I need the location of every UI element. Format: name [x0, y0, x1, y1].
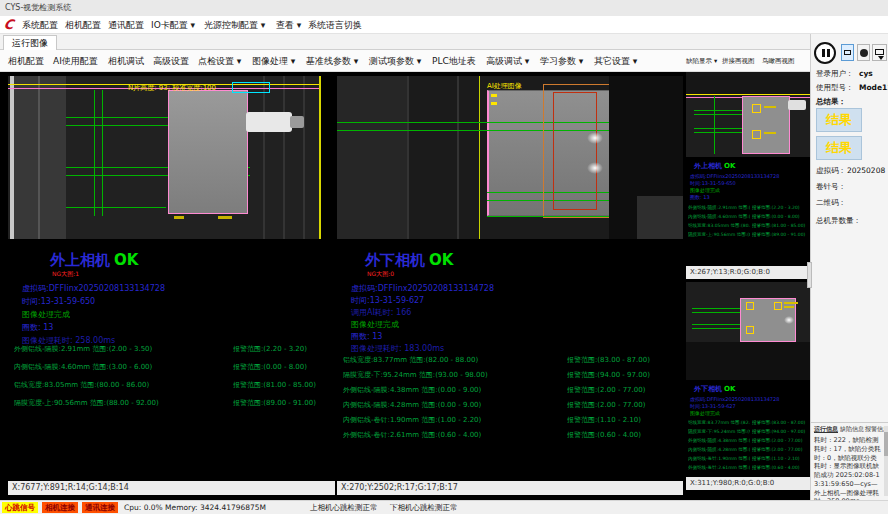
cpu-memory-text: Cpu: 0.0% Memory: 3424.41796875M [124, 502, 266, 513]
glare-spot [587, 132, 603, 144]
camera-status-ok: OK [429, 251, 453, 269]
window-title: CYS-视觉检测系统 [5, 3, 71, 12]
result-line: 图像处理完成 [690, 410, 720, 416]
overlay-yellow-vline [479, 76, 480, 239]
overlay-yellow-mark [764, 132, 776, 134]
screen-switch-button[interactable] [872, 44, 887, 61]
sidebar-scrollbar[interactable] [884, 426, 888, 496]
tool-plc-table[interactable]: PLC地址表 [432, 50, 476, 72]
tab-run-image[interactable]: 运行图像 [3, 35, 57, 51]
overlay-yellow-box [752, 104, 761, 113]
run-log-text: 耗时：222，缺陷检测耗时：17，缺陷分类耗时：0，缺陷视联分类耗时：显示图像联… [814, 436, 882, 506]
info-tab-run[interactable]: 运行信息 [814, 425, 838, 434]
image-structure-line [407, 76, 409, 239]
result-line: 时间:13-31-59-627 [690, 403, 736, 409]
overlay-green-hline [692, 308, 740, 309]
alarm-range: 报警范围:(94.00 - 97.00) [567, 370, 679, 380]
result-line: 时间:13-31-59-650 [690, 180, 736, 186]
record-button[interactable] [857, 44, 870, 61]
image-structure-line [457, 76, 459, 239]
tool-other-set[interactable]: 其它设置 ▾ [594, 50, 637, 72]
overlay-green-hline [694, 114, 742, 115]
overlay-yellow-box [752, 130, 761, 139]
cam-down-heartbeat: 下相机心跳检测正常 [390, 502, 458, 513]
alarm-range: 报警范围:(2.20 - 3.20) [233, 344, 333, 354]
mini-top-pixel-coords: X:267;Y:13;R:0;G:0;B:0 [686, 266, 810, 279]
tool-ai-config[interactable]: AI使用配置 [53, 50, 98, 72]
left-camera-image[interactable]: N片高度: 93; 校准宽度:100 [8, 76, 321, 239]
info-tab-defect[interactable]: 缺陷信息 [840, 425, 864, 434]
tool-camera-debug[interactable]: 相机调试 [108, 50, 144, 72]
heartbeat-status-badge: 心跳信号 [2, 502, 38, 513]
result-line: 图像处理完成 [22, 309, 70, 320]
tool-check-set[interactable]: 点检设置 ▾ [198, 50, 241, 72]
image-structure-line [263, 76, 265, 239]
middle-camera-image[interactable]: AI处理图像 [337, 76, 683, 239]
tool-learn-param[interactable]: 学习参数 ▾ [540, 50, 583, 72]
view-tab-defect-display[interactable]: 缺陷显示 ▾ [686, 50, 717, 72]
mini-bottom-pixel-coords: X:311;Y:980;R:0;G:0;B:0 [686, 477, 810, 490]
arrow-icon [878, 56, 884, 60]
menu-camera-config[interactable]: 相机配置 [65, 16, 101, 34]
tool-camera-config[interactable]: 相机配置 [8, 50, 44, 72]
sidebar-collapse-handle[interactable] [807, 262, 812, 288]
right-sidebar: 登录用户： cys 使用型号： Mode11 总结果： 结果 结果 虚拟码： 2… [810, 34, 888, 500]
login-user-value: cys [859, 69, 873, 78]
measurement-row: 内侧铝线-隔膜:4.60mm 范围:(3.00 - 6.00) 报警范围:(0.… [8, 362, 335, 372]
tool-test-param[interactable]: 测试项参数 ▾ [369, 50, 421, 72]
measurement-value: 内侧铝线-隔膜:4.60mm 范围:(3.00 - 6.00) [688, 214, 750, 219]
image-dark-band [686, 72, 810, 94]
overlay-green-hline [692, 324, 740, 325]
image-gray-zone [14, 76, 66, 239]
login-user-label: 登录用户： [816, 69, 854, 79]
result-line: 时间:13-31-59-650 [22, 296, 95, 307]
alarm-range: 报警范围:(1.10 - 2.10) [567, 415, 679, 425]
result-line: 圈数: 13 [351, 331, 382, 342]
pause-button[interactable] [814, 42, 836, 64]
view-tab-bird-view[interactable]: 鸟瞰画视图 [762, 50, 795, 72]
alarm-range: 报警范围:(81.00 - 85.00) [233, 380, 333, 390]
menu-io-config[interactable]: IO卡配置 ▾ [151, 16, 195, 34]
overlay-yellow-mark [764, 106, 776, 108]
app-window: CYS-视觉检测系统 C 系统配置 相机配置 通讯配置 IO卡配置 ▾ 光源控制… [0, 0, 888, 522]
tool-image-process[interactable]: 图像处理 ▾ [252, 50, 295, 72]
scrollbar-thumb[interactable] [884, 432, 888, 456]
overlay-yellow-box [774, 302, 782, 310]
camera-name: 外下相机 [694, 385, 722, 393]
camera-status-ok: OK [724, 385, 735, 393]
menu-view[interactable]: 查看 ▾ [276, 16, 301, 34]
view-tab-stitch-view[interactable]: 拼接画视图 [722, 50, 755, 72]
measurement-value: 铝线宽度:83.05mm 范围:(80.00 - 86.00) [14, 380, 229, 390]
camera-view-button[interactable] [841, 44, 854, 61]
overlay-yellow-mark [784, 306, 794, 308]
menu-light-config[interactable]: 光源控制配置 ▾ [204, 16, 265, 34]
menu-language-switch[interactable]: 系统语言切换 [308, 16, 362, 34]
info-log-block: 运行信息 缺陷信息 报警信息 耗时：222，缺陷检测耗时：17，缺陷分类耗时：0… [811, 422, 888, 501]
alarm-range: 报警范围:(0.00 - 8.00) [233, 362, 333, 372]
mini-top-camera-image[interactable] [686, 72, 810, 157]
ng-note: NG大图:1 [52, 270, 79, 279]
tool-baseline-param[interactable]: 基准线参数 ▾ [306, 50, 358, 72]
overlay-yellow-mark [174, 216, 184, 219]
tool-adv-debug[interactable]: 高级调试 ▾ [486, 50, 529, 72]
separator-block [168, 90, 248, 214]
camera-name: 外上相机 [694, 162, 722, 170]
pause-icon [827, 49, 830, 57]
alarm-range: 报警范围:(89.00 - 91.00) [233, 398, 333, 408]
overlay-green-hline [487, 216, 609, 217]
comm-connect-badge: 通讯连接 [82, 502, 118, 513]
result-line: 图像处理完成 [690, 187, 720, 193]
overlay-yellow-mark [491, 102, 497, 105]
menu-system-config[interactable]: 系统配置 [22, 16, 58, 34]
measurement-value: 内侧铝线-隔膜:4.60mm 范围:(3.00 - 6.00) [14, 362, 229, 372]
model-value: Mode11 [859, 83, 888, 92]
mini-bottom-camera-image[interactable] [686, 282, 810, 380]
mini-camera-title: 外上相机OK [694, 161, 735, 171]
vcode-label: 虚拟码： [816, 166, 846, 176]
measurement-row: 隔膜宽度-下:95.24mm 范围:(93.00 - 98.00) 报警范围:(… [337, 370, 683, 380]
image-dark-band [686, 342, 810, 380]
alarm-range: 报警范围:(0.60 - 4.00) [567, 430, 679, 440]
measurement-row: 内侧铝线-隔膜:4.28mm 范围:(0.00 - 9.00) 报警范围:(2.… [337, 400, 683, 410]
tool-advanced-set[interactable]: 高级设置 [153, 50, 189, 72]
menu-comm-config[interactable]: 通讯配置 [108, 16, 144, 34]
